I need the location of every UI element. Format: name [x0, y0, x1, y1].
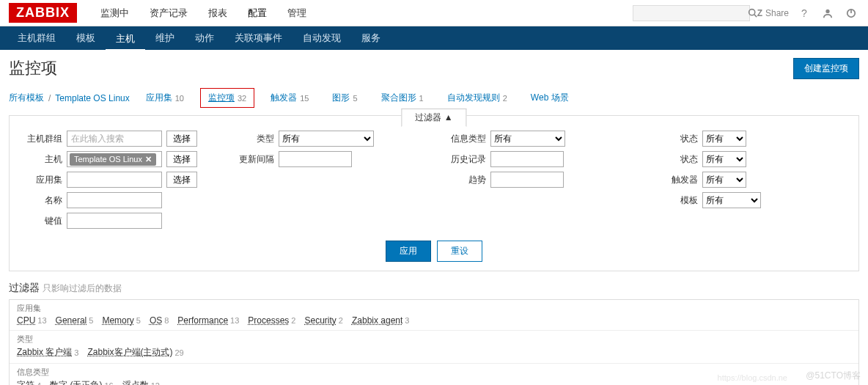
subfilter-label: 类型	[17, 334, 851, 345]
label-info-type: 信息类型	[445, 133, 486, 145]
subfilter-label: 应用集	[17, 303, 851, 314]
breadcrumb-separator: /	[48, 93, 51, 103]
logo[interactable]: ZABBIX	[9, 3, 77, 23]
subfilter-title: 过滤器 只影响过滤后的数据	[9, 282, 859, 295]
host-select-button[interactable]: 选择	[166, 151, 197, 167]
breadcrumb-all[interactable]: 所有模板	[9, 92, 44, 104]
top-nav-item[interactable]: 报表	[198, 0, 238, 26]
subfilter-item[interactable]: Zabbix客户端(主动式)29	[87, 346, 183, 359]
type-select[interactable]: 所有	[279, 131, 374, 147]
template-tab[interactable]: 自动发现规则 2	[440, 89, 515, 106]
top-header: ZABBIX 监测中资产记录报表配置管理 ZShare ?	[0, 0, 868, 26]
label-template: 模板	[657, 194, 698, 207]
svg-line-1	[754, 15, 757, 17]
subfilter-item[interactable]: CPU13	[17, 315, 47, 326]
template-tab[interactable]: 触发器 15	[263, 89, 316, 106]
sub-nav-item[interactable]: 维护	[145, 26, 185, 50]
search-icon[interactable]	[748, 5, 757, 21]
sub-nav-item[interactable]: 服务	[351, 26, 391, 50]
info-type-select[interactable]: 所有	[490, 131, 565, 147]
status-select[interactable]: 所有	[702, 131, 746, 147]
name-input[interactable]	[67, 192, 162, 208]
global-search[interactable]	[633, 5, 750, 21]
share-link[interactable]: ZShare	[757, 8, 789, 18]
host-tag[interactable]: Template OS Linux✕	[70, 153, 156, 166]
template-tab[interactable]: Web 场景	[523, 89, 579, 106]
subfilter-item[interactable]: Performance13	[177, 315, 239, 326]
label-key: 键值	[21, 215, 62, 227]
subfilter-item[interactable]: Zabbix agent3	[352, 315, 410, 326]
subfilter-item[interactable]: 字符4	[17, 379, 41, 385]
breadcrumb-current[interactable]: Template OS Linux	[55, 93, 129, 103]
filter-toggle[interactable]: 过滤器 ▲	[401, 109, 466, 127]
apply-button[interactable]: 应用	[386, 241, 431, 262]
top-right: ZShare ?	[633, 5, 859, 21]
subfilter-item[interactable]: Memory5	[102, 315, 140, 326]
update-interval-input[interactable]	[279, 151, 352, 167]
breadcrumb-tabs: 所有模板 / Template OS Linux 应用集 10监控项 32触发器…	[9, 88, 859, 108]
svg-point-0	[749, 10, 754, 15]
filter-grid: 主机群组 选择 主机 Template OS Linux✕ 选择	[21, 131, 847, 229]
template-tab[interactable]: 聚合图形 1	[374, 89, 431, 106]
host-group-input[interactable]	[67, 131, 162, 147]
page-title-row: 监控项 创建监控项	[9, 57, 859, 79]
sub-header: 主机群组模板主机维护动作关联项事件自动发现服务	[0, 26, 868, 50]
user-icon[interactable]	[820, 5, 836, 21]
top-nav-item[interactable]: 资产记录	[139, 0, 198, 26]
search-input[interactable]	[638, 8, 748, 18]
sub-nav-item[interactable]: 主机	[106, 28, 145, 51]
reset-button[interactable]: 重设	[437, 241, 482, 262]
application-select-button[interactable]: 选择	[166, 172, 197, 188]
watermark-url: https://blog.csdn.ne	[718, 373, 787, 382]
sub-nav-item[interactable]: 关联项事件	[224, 26, 293, 50]
template-tab[interactable]: 图形 5	[325, 89, 364, 106]
top-nav-item[interactable]: 监测中	[90, 0, 139, 26]
key-input[interactable]	[67, 213, 162, 229]
label-status: 状态	[657, 133, 698, 145]
label-host: 主机	[21, 153, 62, 166]
sub-nav-item[interactable]: 动作	[185, 26, 224, 50]
subfilter-item[interactable]: OS8	[150, 315, 169, 326]
label-trend: 趋势	[445, 174, 486, 186]
page-title: 监控项	[9, 57, 57, 79]
triggers-select[interactable]: 所有	[702, 172, 746, 188]
sub-nav-item[interactable]: 自动发现	[293, 26, 351, 50]
template-tab[interactable]: 监控项 32	[200, 88, 254, 108]
trend-input[interactable]	[490, 172, 564, 188]
label-update-interval: 更新间隔	[233, 153, 274, 166]
history-input[interactable]	[490, 151, 564, 167]
subfilter-section: 类型Zabbix 客户端3Zabbix客户端(主动式)29	[10, 331, 858, 364]
top-nav-item[interactable]: 配置	[238, 0, 277, 26]
sub-nav-item[interactable]: 模板	[66, 26, 106, 50]
state-select[interactable]: 所有	[702, 151, 746, 167]
help-icon[interactable]: ?	[796, 5, 812, 21]
power-icon[interactable]	[843, 5, 859, 21]
application-input[interactable]	[67, 172, 162, 188]
template-tab[interactable]: 应用集 10	[139, 89, 191, 106]
label-state: 状态	[657, 153, 698, 166]
watermark: @51CTO博客	[806, 370, 861, 382]
subfilter-section: 应用集CPU13General5Memory5OS8Performance13P…	[10, 300, 858, 331]
subfilter-item[interactable]: 浮点数12	[122, 379, 160, 385]
host-group-select-button[interactable]: 选择	[166, 131, 197, 147]
top-nav-item[interactable]: 管理	[277, 0, 317, 26]
host-input[interactable]: Template OS Linux✕	[67, 151, 162, 167]
subfilter-item[interactable]: Zabbix 客户端3	[17, 346, 78, 359]
subfilter-item[interactable]: Processes2	[248, 315, 295, 326]
create-item-button[interactable]: 创建监控项	[793, 58, 859, 79]
label-type: 类型	[233, 133, 274, 145]
subfilter-item[interactable]: Security2	[304, 315, 342, 326]
top-nav: 监测中资产记录报表配置管理	[90, 0, 317, 26]
sub-nav-item[interactable]: 主机群组	[7, 26, 66, 50]
template-select[interactable]: 所有	[702, 192, 761, 208]
label-history: 历史记录	[445, 153, 486, 166]
label-host-group: 主机群组	[21, 133, 62, 145]
label-name: 名称	[21, 194, 62, 207]
label-application: 应用集	[21, 174, 62, 186]
filter-container: 过滤器 ▲ 主机群组 选择 主机 Template OS Linux✕	[9, 115, 859, 271]
subfilter-item[interactable]: 数字 (无正负)16	[50, 379, 114, 385]
subfilter-item[interactable]: General5	[56, 315, 94, 326]
label-triggers: 触发器	[657, 174, 698, 186]
filter-actions: 应用 重设	[21, 241, 847, 262]
close-icon[interactable]: ✕	[145, 155, 152, 164]
